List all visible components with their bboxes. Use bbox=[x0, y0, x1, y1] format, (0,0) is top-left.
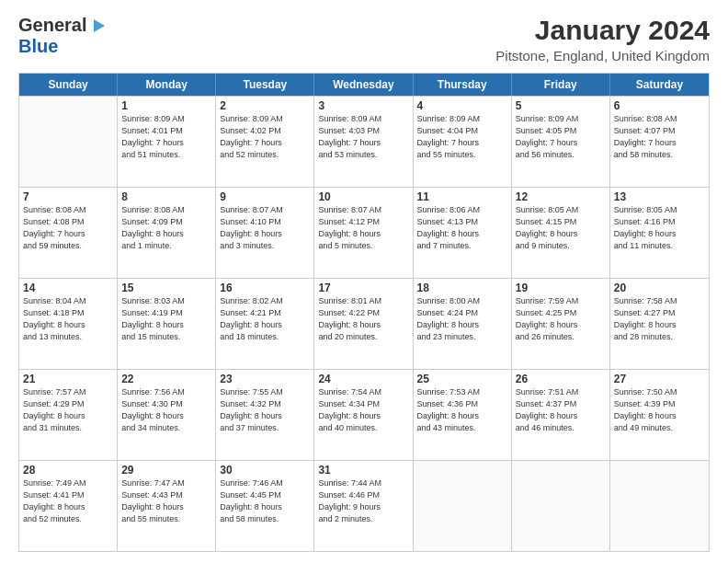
day-info: Sunrise: 8:09 AM Sunset: 4:01 PM Dayligh… bbox=[121, 113, 211, 161]
calendar-cell: 15Sunrise: 8:03 AM Sunset: 4:19 PM Dayli… bbox=[118, 279, 216, 369]
day-info: Sunrise: 8:04 AM Sunset: 4:18 PM Dayligh… bbox=[23, 295, 113, 343]
day-info: Sunrise: 7:49 AM Sunset: 4:41 PM Dayligh… bbox=[23, 477, 113, 525]
header: General Blue January 2024 Pitstone, Engl… bbox=[18, 15, 710, 63]
day-info: Sunrise: 8:09 AM Sunset: 4:04 PM Dayligh… bbox=[417, 113, 507, 161]
day-number: 28 bbox=[23, 464, 113, 477]
logo-blue: Blue bbox=[18, 36, 58, 56]
calendar-cell: 6Sunrise: 8:08 AM Sunset: 4:07 PM Daylig… bbox=[610, 97, 709, 187]
calendar-cell: 10Sunrise: 8:07 AM Sunset: 4:12 PM Dayli… bbox=[314, 188, 413, 278]
day-info: Sunrise: 8:00 AM Sunset: 4:24 PM Dayligh… bbox=[417, 295, 507, 343]
calendar-cell: 17Sunrise: 8:01 AM Sunset: 4:22 PM Dayli… bbox=[314, 279, 413, 369]
calendar-cell: 24Sunrise: 7:54 AM Sunset: 4:34 PM Dayli… bbox=[314, 370, 413, 460]
calendar-cell bbox=[19, 97, 118, 187]
calendar-cell: 22Sunrise: 7:56 AM Sunset: 4:30 PM Dayli… bbox=[118, 370, 216, 460]
day-number: 2 bbox=[220, 99, 310, 112]
day-info: Sunrise: 7:47 AM Sunset: 4:43 PM Dayligh… bbox=[121, 477, 211, 525]
calendar-cell: 2Sunrise: 8:09 AM Sunset: 4:02 PM Daylig… bbox=[216, 97, 314, 187]
calendar-cell: 12Sunrise: 8:05 AM Sunset: 4:15 PM Dayli… bbox=[512, 188, 610, 278]
day-number: 10 bbox=[318, 190, 408, 203]
day-info: Sunrise: 8:09 AM Sunset: 4:02 PM Dayligh… bbox=[220, 113, 310, 161]
day-info: Sunrise: 7:58 AM Sunset: 4:27 PM Dayligh… bbox=[614, 295, 705, 343]
day-number: 31 bbox=[318, 464, 408, 477]
calendar: SundayMondayTuesdayWednesdayThursdayFrid… bbox=[18, 73, 710, 552]
calendar-cell: 29Sunrise: 7:47 AM Sunset: 4:43 PM Dayli… bbox=[118, 461, 216, 551]
day-number: 24 bbox=[318, 373, 408, 385]
day-number: 26 bbox=[516, 373, 606, 385]
day-info: Sunrise: 8:08 AM Sunset: 4:07 PM Dayligh… bbox=[614, 113, 705, 161]
day-number: 19 bbox=[516, 282, 606, 294]
day-info: Sunrise: 7:44 AM Sunset: 4:46 PM Dayligh… bbox=[318, 477, 408, 525]
logo-arrow-icon bbox=[88, 16, 108, 36]
day-info: Sunrise: 7:50 AM Sunset: 4:39 PM Dayligh… bbox=[614, 386, 705, 434]
day-number: 12 bbox=[516, 190, 606, 203]
logo-general: General bbox=[18, 15, 86, 36]
calendar-header: SundayMondayTuesdayWednesdayThursdayFrid… bbox=[19, 74, 709, 96]
day-number: 20 bbox=[614, 282, 705, 294]
weekday-header: Thursday bbox=[414, 74, 512, 96]
weekday-header: Tuesday bbox=[216, 74, 314, 96]
calendar-cell: 7Sunrise: 8:08 AM Sunset: 4:08 PM Daylig… bbox=[19, 188, 118, 278]
calendar-week-row: 21Sunrise: 7:57 AM Sunset: 4:29 PM Dayli… bbox=[19, 369, 709, 460]
day-info: Sunrise: 8:02 AM Sunset: 4:21 PM Dayligh… bbox=[220, 295, 310, 343]
day-number: 15 bbox=[121, 282, 211, 294]
day-number: 29 bbox=[121, 464, 211, 477]
day-info: Sunrise: 7:55 AM Sunset: 4:32 PM Dayligh… bbox=[220, 386, 310, 434]
day-number: 16 bbox=[220, 282, 310, 294]
day-number: 17 bbox=[318, 282, 408, 294]
calendar-cell: 13Sunrise: 8:05 AM Sunset: 4:16 PM Dayli… bbox=[610, 188, 709, 278]
svg-marker-0 bbox=[94, 19, 105, 32]
day-info: Sunrise: 8:03 AM Sunset: 4:19 PM Dayligh… bbox=[121, 295, 211, 343]
day-info: Sunrise: 8:07 AM Sunset: 4:12 PM Dayligh… bbox=[318, 204, 408, 252]
day-number: 11 bbox=[417, 190, 507, 203]
day-number: 8 bbox=[121, 190, 211, 203]
title-area: January 2024 Pitstone, England, United K… bbox=[495, 15, 710, 63]
day-info: Sunrise: 7:53 AM Sunset: 4:36 PM Dayligh… bbox=[417, 386, 507, 434]
calendar-body: 1Sunrise: 8:09 AM Sunset: 4:01 PM Daylig… bbox=[19, 96, 709, 551]
day-number: 7 bbox=[23, 190, 113, 203]
calendar-cell: 5Sunrise: 8:09 AM Sunset: 4:05 PM Daylig… bbox=[512, 97, 610, 187]
day-number: 21 bbox=[23, 373, 113, 385]
calendar-cell: 20Sunrise: 7:58 AM Sunset: 4:27 PM Dayli… bbox=[610, 279, 709, 369]
calendar-cell: 21Sunrise: 7:57 AM Sunset: 4:29 PM Dayli… bbox=[19, 370, 118, 460]
day-info: Sunrise: 8:08 AM Sunset: 4:08 PM Dayligh… bbox=[23, 204, 113, 252]
day-number: 30 bbox=[220, 464, 310, 477]
calendar-week-row: 28Sunrise: 7:49 AM Sunset: 4:41 PM Dayli… bbox=[19, 460, 709, 551]
calendar-cell: 11Sunrise: 8:06 AM Sunset: 4:13 PM Dayli… bbox=[414, 188, 512, 278]
calendar-cell: 25Sunrise: 7:53 AM Sunset: 4:36 PM Dayli… bbox=[414, 370, 512, 460]
calendar-cell: 4Sunrise: 8:09 AM Sunset: 4:04 PM Daylig… bbox=[414, 97, 512, 187]
calendar-cell: 30Sunrise: 7:46 AM Sunset: 4:45 PM Dayli… bbox=[216, 461, 314, 551]
day-info: Sunrise: 8:05 AM Sunset: 4:16 PM Dayligh… bbox=[614, 204, 705, 252]
calendar-cell: 9Sunrise: 8:07 AM Sunset: 4:10 PM Daylig… bbox=[216, 188, 314, 278]
calendar-week-row: 1Sunrise: 8:09 AM Sunset: 4:01 PM Daylig… bbox=[19, 96, 709, 187]
calendar-cell bbox=[414, 461, 512, 551]
weekday-header: Saturday bbox=[610, 74, 709, 96]
logo: General Blue bbox=[18, 15, 108, 57]
calendar-cell: 18Sunrise: 8:00 AM Sunset: 4:24 PM Dayli… bbox=[414, 279, 512, 369]
day-info: Sunrise: 7:59 AM Sunset: 4:25 PM Dayligh… bbox=[516, 295, 606, 343]
calendar-week-row: 14Sunrise: 8:04 AM Sunset: 4:18 PM Dayli… bbox=[19, 278, 709, 369]
day-number: 13 bbox=[614, 190, 705, 203]
day-number: 4 bbox=[417, 99, 507, 112]
day-info: Sunrise: 7:46 AM Sunset: 4:45 PM Dayligh… bbox=[220, 477, 310, 525]
calendar-cell: 16Sunrise: 8:02 AM Sunset: 4:21 PM Dayli… bbox=[216, 279, 314, 369]
day-number: 18 bbox=[417, 282, 507, 294]
day-info: Sunrise: 8:09 AM Sunset: 4:05 PM Dayligh… bbox=[516, 113, 606, 161]
calendar-cell: 28Sunrise: 7:49 AM Sunset: 4:41 PM Dayli… bbox=[19, 461, 118, 551]
weekday-header: Friday bbox=[512, 74, 610, 96]
day-info: Sunrise: 7:54 AM Sunset: 4:34 PM Dayligh… bbox=[318, 386, 408, 434]
weekday-header: Sunday bbox=[19, 74, 118, 96]
day-number: 23 bbox=[220, 373, 310, 385]
day-number: 6 bbox=[614, 99, 705, 112]
day-number: 27 bbox=[614, 373, 705, 385]
calendar-cell: 26Sunrise: 7:51 AM Sunset: 4:37 PM Dayli… bbox=[512, 370, 610, 460]
calendar-cell: 27Sunrise: 7:50 AM Sunset: 4:39 PM Dayli… bbox=[610, 370, 709, 460]
calendar-cell: 23Sunrise: 7:55 AM Sunset: 4:32 PM Dayli… bbox=[216, 370, 314, 460]
day-info: Sunrise: 8:06 AM Sunset: 4:13 PM Dayligh… bbox=[417, 204, 507, 252]
weekday-header: Monday bbox=[118, 74, 216, 96]
calendar-cell: 31Sunrise: 7:44 AM Sunset: 4:46 PM Dayli… bbox=[314, 461, 413, 551]
calendar-cell: 8Sunrise: 8:08 AM Sunset: 4:09 PM Daylig… bbox=[118, 188, 216, 278]
month-title: January 2024 bbox=[495, 15, 710, 46]
day-number: 5 bbox=[516, 99, 606, 112]
day-info: Sunrise: 7:57 AM Sunset: 4:29 PM Dayligh… bbox=[23, 386, 113, 434]
calendar-cell: 19Sunrise: 7:59 AM Sunset: 4:25 PM Dayli… bbox=[512, 279, 610, 369]
